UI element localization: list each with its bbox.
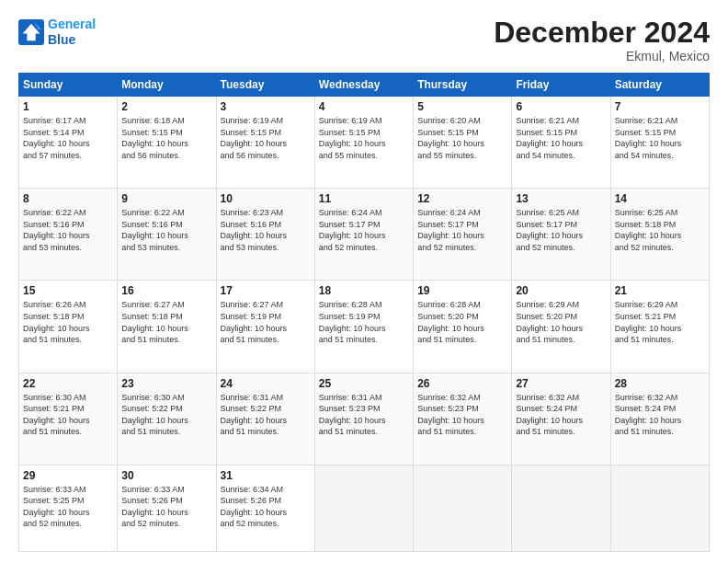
calendar-cell: 30Sunrise: 6:33 AM Sunset: 5:26 PM Dayli… bbox=[118, 465, 216, 551]
day-info: Sunrise: 6:32 AM Sunset: 5:23 PM Dayligh… bbox=[417, 392, 507, 438]
weekday-header-wednesday: Wednesday bbox=[314, 74, 413, 97]
weekday-header-sunday: Sunday bbox=[19, 74, 118, 97]
calendar-cell: 1Sunrise: 6:17 AM Sunset: 5:14 PM Daylig… bbox=[19, 97, 118, 189]
day-number: 17 bbox=[221, 284, 311, 297]
calendar-week-2: 8Sunrise: 6:22 AM Sunset: 5:16 PM Daylig… bbox=[19, 189, 710, 281]
calendar-cell: 28Sunrise: 6:32 AM Sunset: 5:24 PM Dayli… bbox=[610, 373, 709, 465]
calendar-cell: 29Sunrise: 6:33 AM Sunset: 5:25 PM Dayli… bbox=[19, 465, 118, 551]
calendar-table: SundayMondayTuesdayWednesdayThursdayFrid… bbox=[18, 73, 710, 552]
day-number: 27 bbox=[516, 377, 606, 390]
calendar-cell: 6Sunrise: 6:21 AM Sunset: 5:15 PM Daylig… bbox=[512, 97, 610, 189]
calendar-week-1: 1Sunrise: 6:17 AM Sunset: 5:14 PM Daylig… bbox=[19, 97, 710, 189]
day-number: 5 bbox=[417, 100, 507, 113]
calendar-cell: 21Sunrise: 6:29 AM Sunset: 5:21 PM Dayli… bbox=[610, 281, 709, 373]
day-info: Sunrise: 6:31 AM Sunset: 5:23 PM Dayligh… bbox=[319, 392, 409, 438]
weekday-header-thursday: Thursday bbox=[414, 74, 512, 97]
day-info: Sunrise: 6:22 AM Sunset: 5:16 PM Dayligh… bbox=[121, 207, 211, 253]
day-number: 21 bbox=[615, 284, 705, 297]
calendar-cell: 2Sunrise: 6:18 AM Sunset: 5:15 PM Daylig… bbox=[118, 97, 216, 189]
calendar-cell: 22Sunrise: 6:30 AM Sunset: 5:21 PM Dayli… bbox=[19, 373, 118, 465]
day-info: Sunrise: 6:33 AM Sunset: 5:25 PM Dayligh… bbox=[23, 484, 113, 530]
day-info: Sunrise: 6:30 AM Sunset: 5:22 PM Dayligh… bbox=[121, 392, 211, 438]
title-block: December 2024 Ekmul, Mexico bbox=[494, 17, 710, 63]
day-info: Sunrise: 6:29 AM Sunset: 5:21 PM Dayligh… bbox=[615, 299, 705, 345]
logo-text: General Blue bbox=[48, 17, 96, 48]
calendar-cell: 24Sunrise: 6:31 AM Sunset: 5:22 PM Dayli… bbox=[216, 373, 314, 465]
calendar-cell: 14Sunrise: 6:25 AM Sunset: 5:18 PM Dayli… bbox=[610, 189, 709, 281]
header: General Blue December 2024 Ekmul, Mexico bbox=[18, 17, 710, 63]
day-number: 29 bbox=[23, 469, 113, 482]
day-number: 18 bbox=[319, 284, 409, 297]
calendar-cell: 23Sunrise: 6:30 AM Sunset: 5:22 PM Dayli… bbox=[118, 373, 216, 465]
weekday-header-tuesday: Tuesday bbox=[216, 74, 314, 97]
weekday-header-friday: Friday bbox=[512, 74, 610, 97]
day-number: 14 bbox=[615, 192, 705, 205]
logo: General Blue bbox=[18, 17, 96, 48]
day-number: 10 bbox=[221, 192, 311, 205]
calendar-cell bbox=[314, 465, 413, 551]
month-title: December 2024 bbox=[494, 17, 710, 49]
day-number: 31 bbox=[221, 469, 311, 482]
day-number: 9 bbox=[121, 192, 211, 205]
day-info: Sunrise: 6:25 AM Sunset: 5:17 PM Dayligh… bbox=[516, 207, 606, 253]
day-info: Sunrise: 6:28 AM Sunset: 5:20 PM Dayligh… bbox=[417, 299, 507, 345]
logo-line2: Blue bbox=[48, 32, 75, 47]
calendar-cell: 27Sunrise: 6:32 AM Sunset: 5:24 PM Dayli… bbox=[512, 373, 610, 465]
calendar-cell: 10Sunrise: 6:23 AM Sunset: 5:16 PM Dayli… bbox=[216, 189, 314, 281]
day-info: Sunrise: 6:29 AM Sunset: 5:20 PM Dayligh… bbox=[516, 299, 606, 345]
calendar-cell: 16Sunrise: 6:27 AM Sunset: 5:18 PM Dayli… bbox=[118, 281, 216, 373]
day-number: 15 bbox=[23, 284, 113, 297]
weekday-header-row: SundayMondayTuesdayWednesdayThursdayFrid… bbox=[19, 74, 710, 97]
day-info: Sunrise: 6:26 AM Sunset: 5:18 PM Dayligh… bbox=[23, 299, 113, 345]
day-info: Sunrise: 6:28 AM Sunset: 5:19 PM Dayligh… bbox=[319, 299, 409, 345]
day-info: Sunrise: 6:23 AM Sunset: 5:16 PM Dayligh… bbox=[221, 207, 311, 253]
day-number: 26 bbox=[417, 377, 507, 390]
day-number: 6 bbox=[516, 100, 606, 113]
logo-icon bbox=[18, 19, 44, 45]
day-number: 24 bbox=[221, 377, 311, 390]
weekday-header-saturday: Saturday bbox=[610, 74, 709, 97]
day-info: Sunrise: 6:32 AM Sunset: 5:24 PM Dayligh… bbox=[615, 392, 705, 438]
day-info: Sunrise: 6:30 AM Sunset: 5:21 PM Dayligh… bbox=[23, 392, 113, 438]
day-info: Sunrise: 6:32 AM Sunset: 5:24 PM Dayligh… bbox=[516, 392, 606, 438]
day-number: 12 bbox=[417, 192, 507, 205]
day-number: 2 bbox=[121, 100, 211, 113]
day-number: 3 bbox=[221, 100, 311, 113]
day-number: 28 bbox=[615, 377, 705, 390]
calendar-cell: 9Sunrise: 6:22 AM Sunset: 5:16 PM Daylig… bbox=[118, 189, 216, 281]
weekday-header-monday: Monday bbox=[118, 74, 216, 97]
day-info: Sunrise: 6:19 AM Sunset: 5:15 PM Dayligh… bbox=[221, 115, 311, 161]
calendar-cell: 19Sunrise: 6:28 AM Sunset: 5:20 PM Dayli… bbox=[414, 281, 512, 373]
day-info: Sunrise: 6:18 AM Sunset: 5:15 PM Dayligh… bbox=[121, 115, 211, 161]
day-number: 22 bbox=[23, 377, 113, 390]
location-subtitle: Ekmul, Mexico bbox=[494, 49, 710, 63]
calendar-week-3: 15Sunrise: 6:26 AM Sunset: 5:18 PM Dayli… bbox=[19, 281, 710, 373]
calendar-week-4: 22Sunrise: 6:30 AM Sunset: 5:21 PM Dayli… bbox=[19, 373, 710, 465]
day-info: Sunrise: 6:22 AM Sunset: 5:16 PM Dayligh… bbox=[23, 207, 113, 253]
calendar-cell: 7Sunrise: 6:21 AM Sunset: 5:15 PM Daylig… bbox=[610, 97, 709, 189]
day-number: 8 bbox=[23, 192, 113, 205]
calendar-cell: 17Sunrise: 6:27 AM Sunset: 5:19 PM Dayli… bbox=[216, 281, 314, 373]
day-number: 19 bbox=[417, 284, 507, 297]
calendar-cell: 13Sunrise: 6:25 AM Sunset: 5:17 PM Dayli… bbox=[512, 189, 610, 281]
day-number: 13 bbox=[516, 192, 606, 205]
calendar-cell: 20Sunrise: 6:29 AM Sunset: 5:20 PM Dayli… bbox=[512, 281, 610, 373]
calendar-cell: 12Sunrise: 6:24 AM Sunset: 5:17 PM Dayli… bbox=[414, 189, 512, 281]
logo-line1: General bbox=[48, 17, 96, 31]
calendar-cell bbox=[512, 465, 610, 551]
day-info: Sunrise: 6:24 AM Sunset: 5:17 PM Dayligh… bbox=[417, 207, 507, 253]
day-number: 11 bbox=[319, 192, 409, 205]
day-number: 7 bbox=[615, 100, 705, 113]
day-info: Sunrise: 6:27 AM Sunset: 5:19 PM Dayligh… bbox=[221, 299, 311, 345]
day-info: Sunrise: 6:33 AM Sunset: 5:26 PM Dayligh… bbox=[121, 484, 211, 530]
day-info: Sunrise: 6:20 AM Sunset: 5:15 PM Dayligh… bbox=[417, 115, 507, 161]
day-number: 4 bbox=[319, 100, 409, 113]
calendar-cell: 11Sunrise: 6:24 AM Sunset: 5:17 PM Dayli… bbox=[314, 189, 413, 281]
calendar-cell: 31Sunrise: 6:34 AM Sunset: 5:26 PM Dayli… bbox=[216, 465, 314, 551]
calendar-page: General Blue December 2024 Ekmul, Mexico… bbox=[0, 0, 728, 563]
day-info: Sunrise: 6:34 AM Sunset: 5:26 PM Dayligh… bbox=[221, 484, 311, 530]
day-number: 16 bbox=[121, 284, 211, 297]
day-number: 20 bbox=[516, 284, 606, 297]
day-number: 23 bbox=[121, 377, 211, 390]
calendar-cell bbox=[414, 465, 512, 551]
